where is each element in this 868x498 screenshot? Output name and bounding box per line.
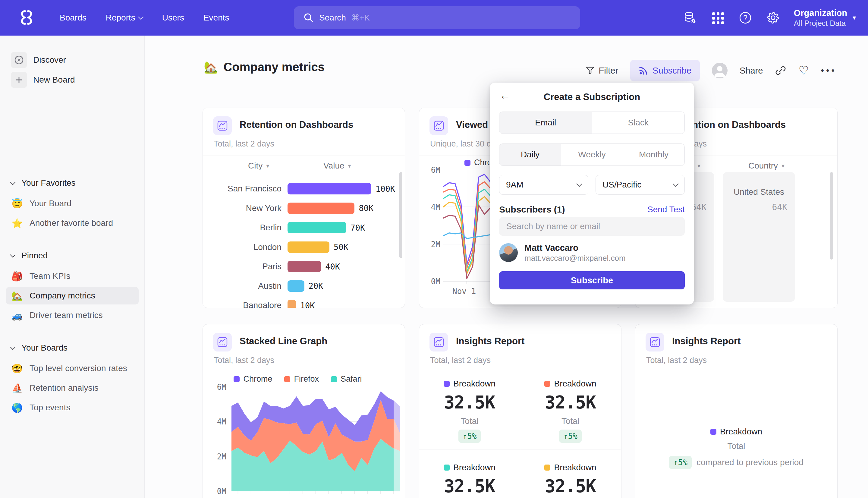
sidebar-item-driver-team-metrics[interactable]: 🚙Driver team metrics xyxy=(6,306,139,324)
settings-gear-icon[interactable] xyxy=(766,11,780,25)
tab-monthly[interactable]: Monthly xyxy=(623,144,684,166)
board-emoji: 🏡 xyxy=(204,61,218,74)
sidebar-item-company-metrics[interactable]: 🏡Company metrics xyxy=(6,287,139,304)
nav-item-label: Boards xyxy=(60,13,86,23)
help-icon[interactable]: ? xyxy=(738,11,752,25)
nav-right: ? Organization All Project Data ▾ xyxy=(683,0,856,36)
caret-down-icon: ▾ xyxy=(348,162,351,169)
card-insights-report-single: Insights Report Total, last 2 days Break… xyxy=(635,324,838,498)
tab-email[interactable]: Email xyxy=(499,112,592,133)
series-swatch xyxy=(284,376,290,382)
y-axis-label: 4M xyxy=(208,417,226,426)
send-test-link[interactable]: Send Test xyxy=(647,205,685,214)
bar-value: 80K xyxy=(359,204,373,213)
caret-down-icon: ▾ xyxy=(782,162,785,169)
bar-category-label: London xyxy=(206,243,288,252)
copy-link-icon[interactable] xyxy=(775,65,786,76)
subscribe-button[interactable]: Subscribe xyxy=(630,60,700,81)
series-swatch xyxy=(444,464,450,471)
back-arrow-icon[interactable]: ← xyxy=(500,90,510,101)
org-switcher[interactable]: Organization All Project Data ▾ xyxy=(794,8,856,28)
delta-badge: ↑5% xyxy=(669,456,692,469)
report-chart-icon xyxy=(429,116,448,135)
mixpanel-logo-icon[interactable] xyxy=(17,8,36,27)
modal-subscribe-button[interactable]: Subscribe xyxy=(499,271,685,289)
avatar[interactable] xyxy=(712,63,727,78)
share-button[interactable]: Share xyxy=(739,66,763,76)
time-select[interactable]: 9AM xyxy=(499,175,588,195)
favorite-heart-icon[interactable]: ♡ xyxy=(798,65,809,76)
section-label: Your Boards xyxy=(22,343,67,353)
sidebar-item-retention-analysis[interactable]: ⛵Retention analysis xyxy=(6,379,139,397)
timezone-select[interactable]: US/Pacific xyxy=(596,175,685,195)
report-chart-icon xyxy=(645,333,664,352)
report-chart-icon xyxy=(213,333,232,352)
sidebar-section-your-boards[interactable]: Your Boards xyxy=(11,340,137,355)
modal-title: Create a Subscription xyxy=(544,92,640,103)
card-subtitle: Total, last 2 days xyxy=(214,356,274,365)
bar-category-label: Berlin xyxy=(206,223,288,233)
filter-button[interactable]: Filter xyxy=(586,66,618,76)
apps-grid-icon[interactable] xyxy=(711,11,724,25)
sidebar-item-top-events[interactable]: 🌎Top events xyxy=(6,399,139,416)
tab-daily[interactable]: Daily xyxy=(499,144,561,166)
chevron-down-icon xyxy=(10,344,15,350)
nav-item-boards[interactable]: Boards xyxy=(60,13,86,23)
y-axis-label: 6M xyxy=(208,382,226,392)
metric: Breakdown Total ↑5% compared to previous… xyxy=(635,427,837,469)
column-value[interactable]: Value▾ xyxy=(323,161,351,171)
report-chart-icon xyxy=(213,116,232,135)
board-emoji: 🤓 xyxy=(11,363,24,374)
search-input[interactable]: Search ⌘+K xyxy=(294,6,580,29)
metric-value: 32.5K xyxy=(444,476,495,497)
report-chart-icon xyxy=(429,333,448,352)
chevron-down-icon xyxy=(10,179,15,185)
search-shortcut: ⌘+K xyxy=(351,13,370,23)
column-city[interactable]: City▾ xyxy=(248,161,269,171)
board-emoji: 🎒 xyxy=(11,271,24,281)
sidebar-item-another-favorite-board[interactable]: ⭐Another favorite board xyxy=(6,214,139,232)
org-name: Organization xyxy=(794,8,847,18)
sidebar-item-label: Discover xyxy=(33,55,66,65)
legend-label: Safari xyxy=(340,375,362,384)
series-swatch xyxy=(465,160,470,166)
card-title: Insights Report xyxy=(456,336,524,347)
data-management-icon[interactable] xyxy=(683,11,697,25)
legend-item-firefox[interactable]: Firefox xyxy=(284,375,319,384)
bar-london xyxy=(288,241,330,253)
more-options-icon[interactable]: ••• xyxy=(821,65,837,76)
sidebar-item-discover[interactable]: Discover xyxy=(6,51,139,69)
sidebar-item-your-board[interactable]: 😇Your Board xyxy=(6,195,139,212)
legend-label: Chrome xyxy=(243,375,272,384)
bar-category-label: Austin xyxy=(206,281,288,291)
card-scrollbar[interactable] xyxy=(830,172,833,260)
sidebar-section-your-favorites[interactable]: Your Favorites xyxy=(11,175,137,191)
metric-label: Breakdown xyxy=(554,379,596,389)
sidebar-item-team-kpis[interactable]: 🎒Team KPIs xyxy=(6,267,139,285)
subscriber-avatar xyxy=(499,243,518,262)
card-scrollbar[interactable] xyxy=(399,172,402,258)
subscriber-search-input[interactable] xyxy=(499,217,685,236)
y-axis-label: 2M xyxy=(208,452,226,461)
mixpanel-dashboard: BoardsReportsUsersEvents Search ⌘+K xyxy=(0,0,868,498)
nav-item-reports[interactable]: Reports xyxy=(106,13,143,23)
series-swatch xyxy=(331,376,337,382)
sidebar-item-top-level-conversion-rates[interactable]: 🤓Top level conversion rates xyxy=(6,359,139,377)
tab-slack[interactable]: Slack xyxy=(592,112,685,133)
sidebar-section-pinned[interactable]: Pinned xyxy=(11,248,137,263)
metric: Breakdown32.5KTotal↑5% xyxy=(419,372,520,449)
card-title: Stacked Line Graph xyxy=(240,336,327,347)
column-country[interactable]: Country▾ xyxy=(748,161,785,171)
table-row: New York80K xyxy=(203,199,405,218)
legend-item-safari[interactable]: Safari xyxy=(331,375,362,384)
nav-item-users[interactable]: Users xyxy=(162,13,184,23)
card-subtitle: Total, last 2 days xyxy=(646,356,707,365)
series-swatch xyxy=(710,429,717,435)
table-row: Berlin70K xyxy=(203,218,405,238)
sidebar-item-new-board[interactable]: New Board xyxy=(6,71,139,89)
tab-weekly[interactable]: Weekly xyxy=(561,144,623,166)
legend-item-chrome[interactable]: Chrome xyxy=(233,375,272,384)
nav-item-events[interactable]: Events xyxy=(203,13,229,23)
chart-legend: ChromeFirefoxSafari xyxy=(203,375,405,384)
board-emoji: 🏡 xyxy=(11,291,24,301)
